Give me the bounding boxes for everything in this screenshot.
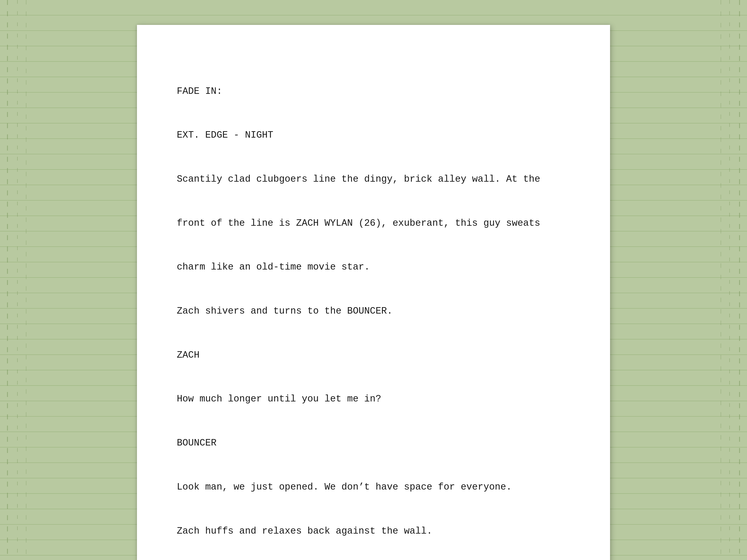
line-char-zach1: ZACH xyxy=(177,348,575,363)
line-fade-in: FADE IN: xyxy=(177,84,575,99)
line-char-bouncer1: BOUNCER xyxy=(177,436,575,451)
line-dialog-bouncer1: Look man, we just opened. We don’t have … xyxy=(177,480,575,495)
line-scene1b: front of the line is ZACH WYLAN (26), ex… xyxy=(177,216,575,231)
line-scene1c: charm like an old-time movie star. xyxy=(177,260,575,274)
script-text: FADE IN: EXT. EDGE - NIGHT Scantily clad… xyxy=(177,55,575,560)
line-ext: EXT. EDGE - NIGHT xyxy=(177,128,575,142)
line-dialog-zach1: How much longer until you let me in? xyxy=(177,392,575,406)
line-scene2: Zach shivers and turns to the BOUNCER. xyxy=(177,304,575,319)
line-scene1a: Scantily clad clubgoers line the dingy, … xyxy=(177,172,575,187)
line-scene3: Zach huffs and relaxes back against the … xyxy=(177,524,575,539)
script-document: FADE IN: EXT. EDGE - NIGHT Scantily clad… xyxy=(137,25,610,560)
